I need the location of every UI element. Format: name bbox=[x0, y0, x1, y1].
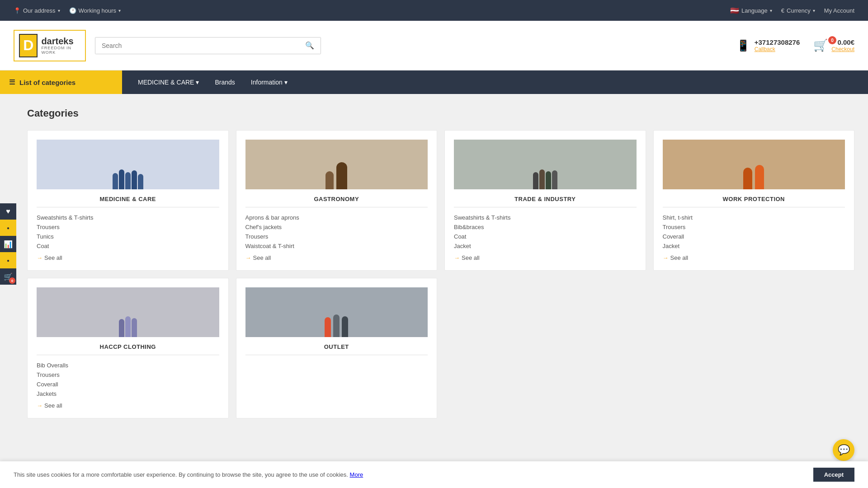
list-item[interactable]: Sweatshirts & T-shirts bbox=[454, 213, 637, 222]
category-card-gastronomy[interactable]: GASTRONOMY Aprons & bar aprons Chef's ja… bbox=[236, 130, 438, 271]
brand-name: darteks bbox=[41, 36, 80, 46]
cart-icon: 🛒 bbox=[813, 38, 828, 52]
list-item[interactable]: Coat bbox=[454, 232, 637, 241]
category-card-outlet[interactable]: OUTLET bbox=[236, 278, 438, 418]
search-input[interactable] bbox=[95, 38, 299, 54]
list-item[interactable]: Jacket bbox=[454, 241, 637, 251]
category-title-haccp: HACCP CLOTHING bbox=[37, 343, 219, 355]
logo-area[interactable]: D darteks FREEDOM IN WORK bbox=[14, 30, 86, 61]
cart-sidebar-button[interactable]: 🛒 0 bbox=[0, 268, 16, 285]
currency-chevron-icon: ▾ bbox=[813, 8, 815, 13]
currency-button[interactable]: € Currency ▾ bbox=[781, 7, 815, 14]
language-label: Language bbox=[741, 7, 768, 14]
hours-chevron-icon: ▾ bbox=[118, 8, 121, 13]
see-all-medicine[interactable]: → See all bbox=[37, 254, 219, 261]
category-title-gastronomy: GASTRONOMY bbox=[245, 196, 428, 207]
list-item[interactable]: Aprons & bar aprons bbox=[245, 213, 428, 222]
arrow-icon: → bbox=[37, 254, 42, 261]
cart-area[interactable]: 🛒 0 0.00€ Checkout bbox=[813, 38, 854, 52]
list-item[interactable]: Bib&braces bbox=[454, 222, 637, 232]
category-links-haccp: Bib Overalls Trousers Coverall Jackets bbox=[37, 361, 219, 399]
language-chevron-icon: ▾ bbox=[770, 8, 772, 13]
our-address-button[interactable]: 📍 Our address ▾ bbox=[14, 7, 60, 14]
category-title-outlet: OUTLET bbox=[245, 343, 428, 355]
arrow-icon: → bbox=[454, 254, 460, 261]
search-button[interactable]: 🔍 bbox=[299, 38, 321, 54]
hamburger-icon: ☰ bbox=[9, 78, 15, 86]
arrow-icon: → bbox=[37, 402, 42, 409]
nav-bar: ☰ List of categories MEDICINE & CARE ▾ B… bbox=[0, 70, 868, 94]
category-card-work-protection[interactable]: WORK PROTECTION Shirt, t-shirt Trousers … bbox=[653, 130, 855, 271]
clock-icon: 🕐 bbox=[69, 7, 76, 14]
list-item[interactable]: Tunics bbox=[37, 232, 219, 241]
see-all-trade[interactable]: → See all bbox=[454, 254, 637, 261]
list-item[interactable]: Sweatshirts & T-shirts bbox=[37, 213, 219, 222]
list-item[interactable]: Trousers bbox=[663, 222, 845, 232]
chart-sidebar-button[interactable]: 📊 bbox=[0, 236, 16, 252]
see-all-haccp[interactable]: → See all bbox=[37, 402, 219, 409]
checkout-link[interactable]: Checkout bbox=[831, 46, 854, 52]
list-item[interactable]: Coat bbox=[37, 241, 219, 251]
see-all-gastronomy[interactable]: → See all bbox=[245, 254, 428, 261]
heart-icon: ♥ bbox=[6, 207, 10, 216]
chart-badge-sidebar-button[interactable]: ● bbox=[0, 252, 16, 268]
category-links-gastronomy: Aprons & bar aprons Chef's jackets Trous… bbox=[245, 213, 428, 251]
working-hours-label: Working hours bbox=[79, 7, 117, 14]
category-card-trade[interactable]: TRADE & INDUSTRY Sweatshirts & T-shirts … bbox=[444, 130, 646, 271]
category-image-medicine bbox=[37, 140, 219, 189]
language-button[interactable]: 🇱🇻 Language ▾ bbox=[730, 6, 772, 15]
working-hours-button[interactable]: 🕐 Working hours ▾ bbox=[69, 7, 121, 14]
main-content: Categories MEDICINE & CARE Sweatshirts &… bbox=[0, 94, 868, 432]
list-item[interactable]: Shirt, t-shirt bbox=[663, 213, 845, 222]
currency-label: Currency bbox=[787, 7, 811, 14]
list-item[interactable]: Waistcoat & T-shirt bbox=[245, 241, 428, 251]
currency-icon: € bbox=[781, 7, 784, 14]
address-chevron-icon: ▾ bbox=[58, 8, 60, 13]
arrow-icon: → bbox=[663, 254, 669, 261]
nav-brands[interactable]: Brands bbox=[208, 70, 241, 94]
list-item[interactable]: Jackets bbox=[37, 389, 219, 399]
see-all-work[interactable]: → See all bbox=[663, 254, 845, 261]
left-sidebar: ♥ ● 📊 ● 🛒 0 bbox=[0, 203, 16, 285]
list-item[interactable]: Coverall bbox=[37, 380, 219, 389]
location-icon: 📍 bbox=[14, 7, 21, 14]
arrow-icon: → bbox=[245, 254, 251, 261]
list-item[interactable]: Chef's jackets bbox=[245, 222, 428, 232]
callback-link[interactable]: Callback bbox=[755, 46, 800, 52]
gastronomy-figures bbox=[326, 140, 347, 189]
category-image-outlet bbox=[245, 287, 428, 337]
list-item[interactable]: Bib Overalls bbox=[37, 361, 219, 370]
brand-tagline: FREEDOM IN WORK bbox=[41, 46, 80, 55]
chart-dot-icon: ● bbox=[7, 258, 9, 263]
phone-area: 📱 +37127308276 Callback bbox=[736, 38, 800, 52]
top-bar-left: 📍 Our address ▾ 🕐 Working hours ▾ bbox=[14, 7, 121, 14]
work-figures bbox=[743, 140, 764, 189]
top-bar-right: 🇱🇻 Language ▾ € Currency ▾ My Account bbox=[730, 6, 854, 15]
my-account-button[interactable]: My Account bbox=[824, 7, 854, 14]
search-box: 🔍 bbox=[95, 37, 321, 54]
logo[interactable]: D darteks FREEDOM IN WORK bbox=[14, 30, 86, 61]
phone-number[interactable]: +37127308276 bbox=[755, 38, 800, 46]
category-title-trade: TRADE & INDUSTRY bbox=[454, 196, 637, 207]
haccp-figures bbox=[119, 287, 137, 337]
page-title: Categories bbox=[27, 108, 854, 119]
nav-information[interactable]: Information ▾ bbox=[244, 70, 294, 94]
category-image-gastronomy bbox=[245, 140, 428, 189]
cart-sidebar-badge: 0 bbox=[9, 277, 15, 284]
list-item[interactable]: Trousers bbox=[245, 232, 428, 241]
list-item[interactable]: Trousers bbox=[37, 370, 219, 380]
categories-menu-button[interactable]: ☰ List of categories bbox=[0, 70, 122, 94]
my-account-label: My Account bbox=[824, 7, 854, 14]
wishlist-sidebar-button[interactable]: ♥ bbox=[0, 203, 16, 220]
category-card-haccp[interactable]: HACCP CLOTHING Bib Overalls Trousers Cov… bbox=[27, 278, 229, 418]
cart-badge: 0 bbox=[828, 36, 836, 44]
notification-sidebar-button[interactable]: ● bbox=[0, 220, 16, 236]
category-card-medicine[interactable]: MEDICINE & CARE Sweatshirts & T-shirts T… bbox=[27, 130, 229, 271]
nav-medicine-care[interactable]: MEDICINE & CARE ▾ bbox=[131, 70, 206, 94]
list-item[interactable]: Coverall bbox=[663, 232, 845, 241]
list-item[interactable]: Trousers bbox=[37, 222, 219, 232]
list-item[interactable]: Jacket bbox=[663, 241, 845, 251]
our-address-label: Our address bbox=[23, 7, 56, 14]
category-title-medicine: MEDICINE & CARE bbox=[37, 196, 219, 207]
category-image-trade bbox=[454, 140, 637, 189]
